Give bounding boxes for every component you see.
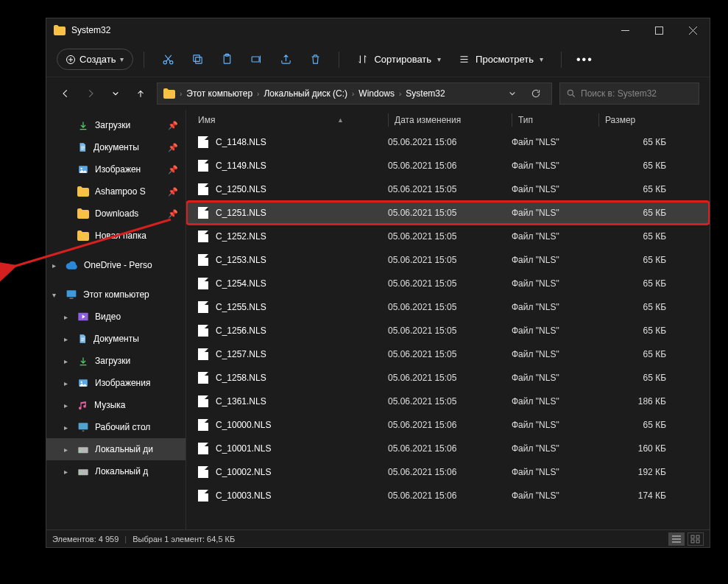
column-size[interactable]: Размер (598, 113, 672, 127)
sidebar-item[interactable]: ▸Локальный ди (46, 438, 185, 460)
file-row[interactable]: C_1257.NLS05.06.2021 15:05Файл "NLS"65 К… (186, 342, 710, 366)
maximize-button[interactable] (642, 18, 676, 42)
file-row[interactable]: C_10002.NLS05.06.2021 15:06Файл "NLS"192… (186, 460, 710, 484)
svg-rect-24 (691, 540, 694, 543)
create-button[interactable]: Создать ▾ (57, 49, 133, 70)
file-list: Имя▲ Дата изменения Тип Размер C_1148.NL… (186, 110, 710, 530)
file-row[interactable]: C_1148.NLS05.06.2021 15:06Файл "NLS"65 К… (186, 130, 710, 154)
breadcrumb[interactable]: Windows (358, 88, 395, 99)
file-row[interactable]: C_1250.NLS05.06.2021 15:05Файл "NLS"65 К… (186, 177, 710, 201)
svg-rect-19 (79, 450, 82, 451)
svg-rect-21 (79, 472, 82, 473)
close-button[interactable] (676, 18, 710, 42)
file-row[interactable]: C_1253.NLS05.06.2021 15:05Файл "NLS"65 К… (186, 248, 710, 272)
column-type[interactable]: Тип (512, 113, 598, 127)
sidebar-item[interactable]: Ashampoo S📌 (46, 180, 185, 203)
file-row[interactable]: C_1258.NLS05.06.2021 15:05Файл "NLS"65 К… (186, 366, 710, 390)
breadcrumb[interactable]: Этот компьютер (186, 88, 252, 99)
file-type: Файл "NLS" (512, 231, 598, 242)
sidebar-item-label: Ashampoo S (95, 186, 146, 197)
file-name: C_1250.NLS (216, 184, 266, 194)
breadcrumb[interactable]: Локальный диск (C:) (264, 88, 347, 99)
sidebar-item[interactable]: Downloads📌 (46, 203, 185, 225)
details-view-button[interactable] (668, 532, 685, 546)
sidebar-item[interactable]: Новая папка (46, 225, 185, 247)
minimize-button[interactable] (608, 18, 642, 42)
sidebar-item-label: OneDrive - Perso (84, 260, 152, 270)
file-row[interactable]: C_1256.NLS05.06.2021 15:05Файл "NLS"65 К… (186, 319, 710, 342)
paste-button[interactable] (213, 46, 240, 73)
share-button[interactable] (272, 46, 299, 73)
file-size: 65 КБ (598, 373, 666, 383)
file-icon (198, 325, 208, 337)
file-name: C_1258.NLS (216, 373, 266, 383)
file-type: Файл "NLS" (512, 443, 598, 454)
file-row[interactable]: C_1361.NLS05.06.2021 15:05Файл "NLS"186 … (186, 390, 710, 413)
sidebar-item[interactable]: ▸OneDrive - Perso (46, 254, 185, 276)
delete-button[interactable] (302, 46, 328, 73)
file-name: C_1256.NLS (216, 326, 266, 336)
file-type: Файл "NLS" (512, 208, 598, 218)
cut-button[interactable] (155, 46, 181, 73)
recent-dropdown[interactable] (107, 85, 124, 102)
chevron-right-icon: ▸ (64, 468, 68, 476)
sidebar-item[interactable]: ▸Загрузки (46, 350, 185, 372)
column-name[interactable]: Имя▲ (198, 113, 388, 127)
file-row[interactable]: C_10000.NLS05.06.2021 15:06Файл "NLS"65 … (186, 413, 710, 437)
refresh-button[interactable] (526, 88, 545, 99)
pin-icon: 📌 (168, 143, 178, 152)
file-row[interactable]: C_1255.NLS05.06.2021 15:05Файл "NLS"65 К… (186, 295, 710, 319)
sidebar-item[interactable]: Документы📌 (46, 136, 185, 158)
file-row[interactable]: C_1149.NLS05.06.2021 15:06Файл "NLS"65 К… (186, 154, 710, 177)
file-row[interactable]: C_1251.NLS05.06.2021 15:05Файл "NLS"65 К… (186, 201, 710, 225)
explorer-window: System32 Создать ▾ Сортировать ▾ Просмот… (46, 18, 710, 548)
forward-button[interactable] (82, 85, 99, 102)
icons-view-button[interactable] (688, 532, 704, 546)
sidebar-item[interactable]: ▸Документы (46, 328, 185, 350)
file-date: 05.06.2021 15:06 (388, 467, 512, 477)
sidebar-item[interactable]: ▸Рабочий стол (46, 416, 185, 438)
download-icon (77, 120, 89, 131)
up-button[interactable] (132, 85, 149, 102)
sidebar-item[interactable]: ▸Видео (46, 306, 185, 328)
sort-button[interactable]: Сортировать ▾ (350, 54, 448, 65)
breadcrumb[interactable]: System32 (406, 88, 445, 99)
back-button[interactable] (57, 85, 74, 102)
view-button[interactable]: Просмотреть ▾ (451, 54, 551, 65)
status-count: Элементов: 4 959 (52, 535, 119, 543)
file-icon (198, 443, 208, 454)
sidebar-item[interactable]: ▸Музыка (46, 394, 185, 416)
sidebar-item[interactable]: ▾Этот компьютер (46, 284, 185, 306)
file-size: 160 КБ (598, 443, 666, 454)
address-bar[interactable]: › Этот компьютер › Локальный диск (C:) ›… (157, 82, 552, 105)
sidebar-item[interactable]: ▸Локальный д (46, 460, 185, 482)
file-icon (198, 136, 208, 148)
more-button[interactable]: ••• (572, 53, 598, 66)
toolbar: Создать ▾ Сортировать ▾ Просмотреть ▾ ••… (46, 42, 710, 77)
chevron-right-icon: ▸ (64, 423, 68, 432)
file-row[interactable]: C_1252.NLS05.06.2021 15:05Файл "NLS"65 К… (186, 225, 710, 248)
sidebar-item[interactable]: Загрузки📌 (46, 114, 185, 136)
file-type: Файл "NLS" (512, 420, 598, 430)
sidebar-item[interactable]: Изображен📌 (46, 158, 185, 180)
address-dropdown[interactable] (503, 90, 522, 97)
separator (339, 52, 339, 68)
search-box[interactable]: Поиск в: System32 (559, 82, 699, 105)
file-type: Файл "NLS" (512, 467, 598, 477)
copy-button[interactable] (184, 46, 211, 73)
file-row[interactable]: C_1254.NLS05.06.2021 15:05Файл "NLS"65 К… (186, 272, 710, 295)
rename-button[interactable] (243, 46, 269, 73)
file-size: 174 КБ (598, 490, 666, 501)
file-icon (198, 183, 208, 195)
svg-rect-12 (67, 290, 77, 297)
sidebar-item[interactable]: ▸Изображения (46, 372, 185, 394)
file-row[interactable]: C_10003.NLS05.06.2021 15:06Файл "NLS"174… (186, 484, 710, 507)
file-name: C_10001.NLS (216, 443, 271, 454)
chevron-right-icon: › (180, 90, 182, 98)
svg-rect-17 (79, 423, 88, 429)
file-date: 05.06.2021 15:05 (388, 349, 512, 359)
file-row[interactable]: C_10001.NLS05.06.2021 15:06Файл "NLS"160… (186, 437, 710, 460)
file-date: 05.06.2021 15:06 (388, 420, 512, 430)
file-name: C_1254.NLS (216, 278, 266, 289)
column-date[interactable]: Дата изменения (388, 113, 512, 127)
